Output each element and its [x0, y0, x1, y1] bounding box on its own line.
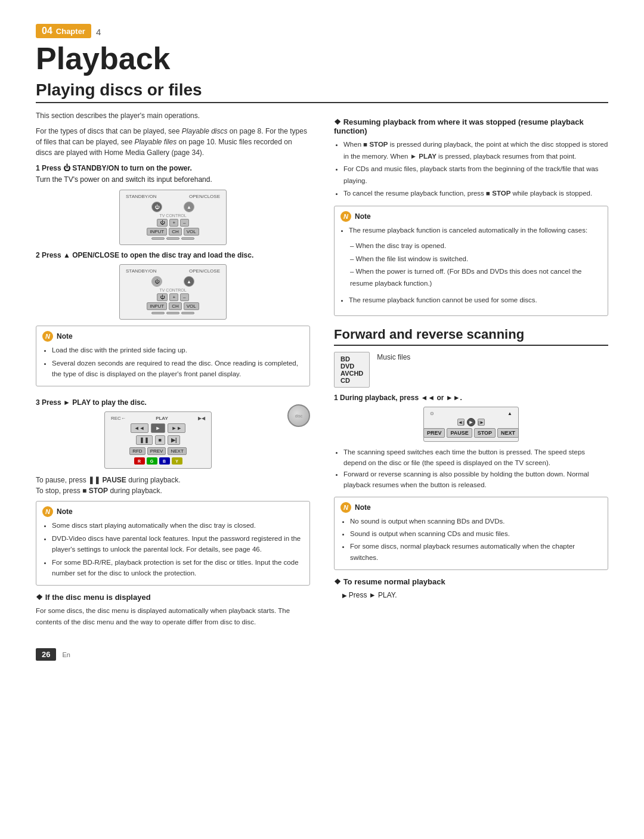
tv2-btn3: – — [180, 293, 188, 301]
note-box-3: N Note The resume playback function is c… — [334, 206, 608, 316]
note3-dash-3: When the power is turned off. (For BDs a… — [350, 266, 602, 289]
note3-extra-list: The resume playback function cannot be u… — [340, 295, 602, 307]
resume-item-3: To cancel the resume playback function, … — [343, 188, 608, 200]
intro1: This section describes the player's main… — [36, 110, 310, 121]
note2-item-3: For some BD-R/RE, playback protection is… — [52, 557, 304, 579]
format-tags: BD DVD AVCHD CD — [334, 352, 370, 388]
tv2-btn4: INPUT — [147, 302, 167, 310]
chapter-badge: 04 Chapter — [36, 24, 91, 38]
note1-icon: N — [42, 331, 53, 342]
standby-btn: ⏻ — [151, 202, 162, 212]
scan-bullet-1: The scanning speed switches each time th… — [343, 447, 608, 469]
scan-next2-btn: NEXT — [497, 428, 519, 438]
resume-item-1: When ■ STOP is pressed during playback, … — [343, 139, 608, 162]
scan-play-btn: ► — [467, 418, 475, 426]
scan-list: The scanning speed switches each time th… — [334, 447, 608, 491]
note2-title: N Note — [42, 506, 304, 517]
intro2: For the types of discs that can be playe… — [36, 126, 310, 158]
scan-rew-btn: PREV — [423, 428, 445, 438]
tv2-btn5: CH — [169, 302, 182, 310]
control-panel-1: STANDBY/ON OPEN/CLOSE ⏻ ▲ TV CONTROL ⏻ +… — [119, 190, 227, 245]
page-footer: 26 En — [36, 648, 608, 661]
green-btn: G — [147, 457, 157, 465]
note-box-1: N Note Load the disc with the printed si… — [36, 326, 310, 386]
disc-menu-heading: If the disc menu is displayed — [36, 593, 310, 602]
step1-sub: Turn the TV's power on and switch its in… — [36, 174, 310, 185]
blue-btn: B — [159, 457, 170, 465]
tv-btn2: + — [169, 219, 178, 227]
note4-item-2: Sound is output when scanning CDs and mu… — [350, 528, 602, 539]
to-resume-text: Press ► PLAY. — [342, 590, 608, 600]
resume-item-2: For CDs and music files, playback starts… — [343, 163, 608, 187]
note1-item-2: Several dozen seconds are required to re… — [52, 358, 304, 380]
page-number: 26 — [36, 648, 56, 661]
tv2-btn2: + — [169, 293, 178, 301]
chapter-header: 04 Chapter 4 Playback — [36, 24, 608, 76]
format-extra: Music files — [377, 352, 410, 361]
note1-item-1: Load the disc with the printed side faci… — [52, 345, 304, 355]
format-row: BD DVD AVCHD CD Music files — [334, 352, 608, 388]
note3-list: The resume playback function is canceled… — [340, 225, 602, 236]
main-title: Playback — [36, 42, 608, 76]
play-btn: ► — [151, 423, 166, 433]
tv-btn3: – — [180, 219, 188, 227]
to-resume-heading: To resume normal playback — [334, 577, 608, 586]
tv2-btn7 — [151, 312, 165, 314]
note-box-2: N Note Some discs start playing automati… — [36, 501, 310, 586]
note3-intro: The resume playback function is canceled… — [349, 225, 602, 236]
pause-text: To pause, press ❚❚ PAUSE during playback… — [36, 476, 310, 484]
scan-next-btn: |► — [478, 419, 485, 426]
tv2-btn6: VOL — [184, 302, 199, 310]
tv-btn8 — [166, 237, 179, 240]
tv2-btn9 — [181, 312, 194, 314]
section1-title: Playing discs or files — [36, 81, 608, 103]
resume-section: Resuming playback from where it was stop… — [334, 117, 608, 316]
red-btn: R — [134, 457, 145, 465]
left-column: This section describes the player's main… — [36, 110, 310, 630]
tv-btn5: CH — [169, 228, 182, 236]
stop-text: To stop, press ■ STOP during playback. — [36, 487, 310, 495]
chapter-sub: 4 — [96, 27, 101, 37]
scan-prev-btn: ◄| — [457, 419, 465, 426]
note-box-4: N Note No sound is output when scanning … — [334, 497, 608, 571]
tv-btn6: VOL — [184, 228, 199, 236]
note4-list: No sound is output when scanning BDs and… — [340, 516, 602, 564]
pause-btn: ❚❚ — [136, 435, 153, 445]
ctrl-btn3: NEXT — [168, 447, 186, 455]
device-image-2: STANDBY/ON OPEN/CLOSE ⏻ ▲ TV CONTROL ⏻ +… — [36, 264, 310, 320]
ctrl-btn1: RFD — [129, 447, 145, 455]
step2-heading: 2 Press ▲ OPEN/CLOSE to open the disc tr… — [36, 251, 310, 259]
disc-menu-text: For some discs, the disc menu is display… — [36, 605, 310, 627]
resume-heading: Resuming playback from where it was stop… — [334, 117, 608, 135]
step1-heading: 1 Press ⏻ STANDBY/ON to turn on the powe… — [36, 164, 310, 172]
note4-item-1: No sound is output when scanning BDs and… — [350, 516, 602, 527]
tv-btn9 — [181, 237, 194, 240]
open-btn2: ▲ — [184, 276, 194, 287]
note1-list: Load the disc with the printed side faci… — [42, 345, 304, 379]
chapter-number: 04 — [42, 26, 52, 36]
scan-device-image: ⊙ ▲ ◄| ► |► PREV PAUSE STOP NEXT — [334, 407, 608, 442]
tv-btn4: INPUT — [147, 228, 167, 236]
next-btn: ▶| — [168, 435, 181, 445]
control-panel-2: STANDBY/ON OPEN/CLOSE ⏻ ▲ TV CONTROL ⏻ +… — [119, 264, 227, 320]
fwd-btn: ►► — [168, 423, 185, 433]
control-panel-3: REC← PLAY ▶◀ ◄◄ ► ►► ❚❚ ■ ▶| — [104, 411, 212, 469]
note2-list: Some discs start playing automatically w… — [42, 520, 304, 578]
ctrl-btn2: PREV — [147, 447, 166, 455]
note2-icon: N — [42, 506, 53, 517]
device-image-3: REC← PLAY ▶◀ ◄◄ ► ►► ❚❚ ■ ▶| — [36, 411, 280, 469]
note3-dash-list: When the disc tray is opened. When the f… — [340, 240, 602, 289]
scan-stop-btn: STOP — [474, 428, 496, 438]
resume-list: When ■ STOP is pressed during playback, … — [334, 139, 608, 200]
note3-title: N Note — [340, 211, 602, 222]
page-lang: En — [62, 651, 70, 658]
yellow-btn: Y — [172, 457, 182, 465]
scan-bullet-2: Forward or reverse scanning is also poss… — [343, 469, 608, 491]
right-column: Resuming playback from where it was stop… — [334, 110, 608, 630]
scan-control-panel: ⊙ ▲ ◄| ► |► PREV PAUSE STOP NEXT — [423, 407, 519, 442]
tv2-btn1: ⏻ — [157, 293, 168, 301]
note3-dash-2: When the file list window is switched. — [350, 253, 602, 265]
scan-fwd-btn: PAUSE — [447, 428, 472, 438]
disc-icon: disc — [287, 404, 310, 427]
tv-btn1: ⏻ — [157, 219, 168, 227]
